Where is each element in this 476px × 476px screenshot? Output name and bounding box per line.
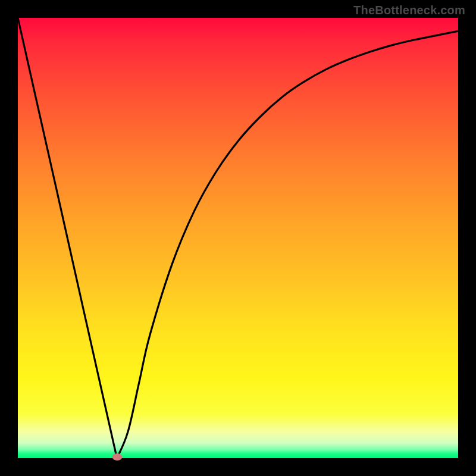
credit-text: TheBottleneck.com: [353, 4, 465, 17]
minimum-marker: [112, 453, 122, 461]
bottleneck-curve: [18, 18, 458, 458]
plot-area: [18, 18, 458, 458]
chart-frame: TheBottleneck.com: [0, 0, 476, 476]
